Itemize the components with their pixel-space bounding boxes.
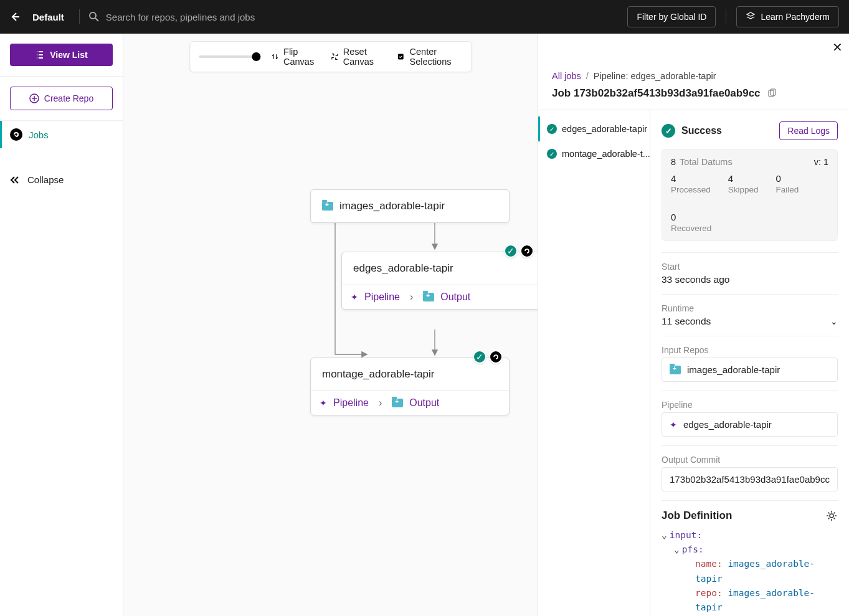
pipeline-link[interactable]: Pipeline — [333, 397, 369, 409]
datum-total-label: Total Datums — [680, 157, 733, 167]
search-container — [88, 11, 628, 22]
pipeline-icon: ✦ — [320, 398, 327, 408]
plus-circle-icon — [29, 93, 39, 103]
svg-point-5 — [830, 514, 833, 518]
success-badge-icon: ✓ — [504, 244, 518, 258]
job-list-label: montage_adorable-t... — [562, 149, 650, 159]
job-list-item[interactable]: ✓ edges_adorable-tapir — [538, 116, 650, 141]
yaml-key: repo: — [695, 588, 723, 598]
project-name[interactable]: Default — [32, 12, 64, 22]
datum-card: 8Total Datums v: 1 4Processed 4Skipped 0… — [662, 149, 838, 241]
yaml-key: pfs: — [682, 544, 704, 554]
collapse-icon — [10, 176, 21, 184]
learn-label: Learn Pachyderm — [761, 12, 830, 22]
running-badge-icon — [520, 244, 534, 258]
sidebar-jobs-label: Jobs — [29, 130, 49, 140]
processed-count: 4 — [671, 173, 711, 184]
job-title: Job 173b02b32af5413b93d3a91fae0ab9cc — [552, 87, 761, 100]
breadcrumb-pipeline: Pipeline: edges_adorable-tapir — [594, 71, 716, 81]
input-repo-box[interactable]: images_adorable-tapir — [662, 358, 838, 382]
check-icon: ✓ — [547, 149, 557, 159]
pipeline-icon: ✦ — [351, 292, 358, 302]
output-link[interactable]: Output — [409, 397, 439, 409]
filter-label: Filter by Global ID — [637, 12, 706, 22]
sidebar-item-jobs[interactable]: Jobs — [0, 121, 123, 148]
read-logs-button[interactable]: Read Logs — [779, 121, 838, 140]
pipeline-icon: ✦ — [670, 420, 677, 430]
topbar: Default Filter by Global ID Learn Pachyd… — [0, 0, 849, 34]
pipeline-box[interactable]: ✦ edges_adorable-tapir — [662, 412, 838, 437]
learn-pachyderm-button[interactable]: Learn Pachyderm — [736, 6, 839, 27]
jobs-icon — [10, 128, 22, 141]
recovered-count: 0 — [671, 212, 828, 222]
node-images-repo[interactable]: images_adorable-tapir — [310, 189, 510, 223]
recovered-label: Recovered — [671, 224, 828, 233]
chevron-right-icon: › — [406, 291, 417, 303]
yaml-key: name: — [695, 559, 723, 569]
status-icon: ✓ — [662, 124, 675, 138]
view-list-button[interactable]: View List — [10, 44, 113, 66]
pipeline-link[interactable]: Pipeline — [364, 291, 400, 303]
input-repo-name: images_adorable-tapir — [687, 364, 780, 375]
divider — [0, 76, 123, 77]
right-panel: ✕ All jobs / Pipeline: edges_adorable-ta… — [538, 34, 849, 616]
output-commit-box[interactable]: 173b02b32af5413b93d3a91fae0ab9cc — [662, 467, 838, 491]
processed-label: Processed — [671, 185, 711, 194]
yaml-key: input: — [670, 530, 702, 540]
back-button[interactable] — [10, 11, 22, 23]
folder-icon — [670, 366, 681, 374]
output-link[interactable]: Output — [440, 291, 470, 303]
divider — [726, 9, 726, 24]
skipped-label: Skipped — [728, 185, 759, 194]
folder-icon — [423, 293, 434, 301]
search-icon — [88, 11, 100, 22]
pipeline-label: Pipeline — [662, 400, 838, 410]
datum-total: 8 — [671, 157, 676, 167]
breadcrumb-all-jobs[interactable]: All jobs — [552, 71, 581, 81]
folder-icon — [392, 399, 403, 407]
caret-icon[interactable]: ⌄ — [674, 543, 680, 557]
node-title: images_adorable-tapir — [339, 200, 445, 212]
sidebar: View List Create Repo Jobs Collapse — [0, 34, 123, 616]
search-input[interactable] — [106, 12, 355, 22]
copy-icon[interactable] — [767, 88, 777, 98]
close-panel-button[interactable]: ✕ — [832, 40, 843, 55]
learn-icon — [746, 12, 756, 22]
skipped-count: 4 — [728, 173, 759, 184]
job-definition-title: Job Definition — [662, 509, 732, 522]
failed-label: Failed — [776, 185, 799, 194]
datum-version: v: 1 — [814, 157, 828, 167]
start-label: Start — [662, 262, 838, 272]
list-icon — [35, 50, 45, 60]
folder-icon — [322, 202, 333, 211]
node-title: montage_adorable-tapir — [322, 368, 435, 381]
caret-icon[interactable]: ⌄ — [662, 528, 667, 543]
runtime-value: 11 seconds — [662, 316, 711, 327]
filter-global-id-button[interactable]: Filter by Global ID — [627, 6, 716, 27]
status-text: Success — [681, 125, 722, 136]
chevron-down-icon[interactable]: ⌄ — [830, 316, 838, 326]
canvas[interactable]: Flip Canvas Reset Canvas Center Selectio… — [123, 34, 538, 616]
check-icon: ✓ — [547, 124, 557, 134]
job-details: ✓ Success Read Logs 8Total Datums v: 1 4… — [650, 110, 849, 616]
input-repos-label: Input Repos — [662, 345, 838, 355]
gear-icon[interactable] — [825, 509, 838, 522]
output-commit-value: 173b02b32af5413b93d3a91fae0ab9cc — [670, 474, 830, 485]
node-edges-pipeline[interactable]: ✓ edges_adorable-tapir ✦ Pipeline › Outp… — [341, 252, 538, 310]
start-value: 33 seconds ago — [662, 274, 838, 285]
create-repo-label: Create Repo — [44, 93, 93, 103]
job-list-label: edges_adorable-tapir — [562, 124, 647, 134]
collapse-sidebar-button[interactable]: Collapse — [0, 167, 123, 192]
job-list-item[interactable]: ✓ montage_adorable-t... — [538, 141, 650, 166]
collapse-label: Collapse — [27, 174, 64, 185]
running-badge-icon — [489, 350, 503, 364]
failed-count: 0 — [776, 173, 799, 184]
view-list-label: View List — [50, 50, 87, 60]
create-repo-button[interactable]: Create Repo — [10, 87, 113, 110]
svg-point-0 — [90, 12, 96, 19]
node-title: edges_adorable-tapir — [353, 262, 453, 275]
success-badge-icon: ✓ — [473, 350, 486, 364]
node-montage-pipeline[interactable]: ✓ montage_adorable-tapir ✦ Pipeline › Ou… — [310, 358, 510, 415]
runtime-label: Runtime — [662, 303, 838, 313]
pipeline-name: edges_adorable-tapir — [683, 419, 772, 430]
